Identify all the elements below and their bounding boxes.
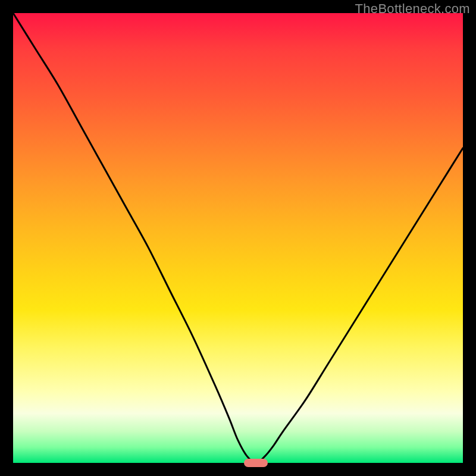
curve-path xyxy=(13,13,463,463)
optimal-marker xyxy=(244,459,268,467)
bottleneck-curve xyxy=(13,13,463,463)
plot-area xyxy=(13,13,463,463)
chart-frame: TheBottleneck.com xyxy=(0,0,476,476)
watermark-text: TheBottleneck.com xyxy=(355,1,470,17)
